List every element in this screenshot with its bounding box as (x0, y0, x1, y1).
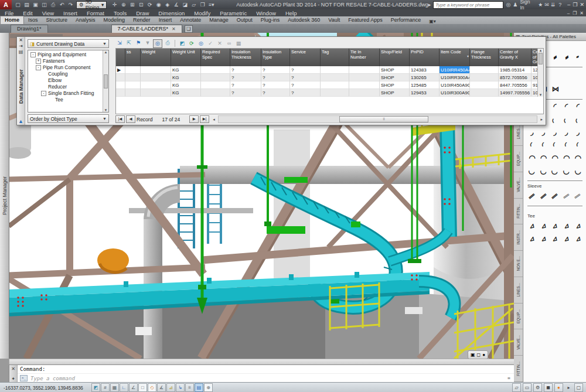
tree-expander-icon[interactable]: - (41, 91, 46, 96)
object-snap-tracking-toggle[interactable]: ∡ (157, 383, 166, 392)
palette-tool-icon[interactable] (572, 100, 584, 113)
ribbon-tab[interactable]: Home (0, 16, 24, 24)
first-record-button[interactable]: |◀ (115, 115, 125, 123)
palette-tool-icon[interactable] (549, 138, 561, 151)
ribbon-tab[interactable]: Plug-ins (257, 16, 284, 24)
palette-tool-icon[interactable] (550, 83, 561, 96)
table-cell[interactable] (125, 74, 141, 81)
palette-tool-icon[interactable] (572, 113, 584, 125)
reject-edits-icon[interactable]: ✕ (216, 40, 224, 47)
highlight-icon[interactable]: ◩ (178, 40, 186, 47)
import-data-icon[interactable]: ⇱ (125, 39, 133, 47)
palette-tool-icon[interactable] (549, 113, 561, 125)
table-cell[interactable]: ? (261, 74, 290, 81)
grid-hscrollbar-thumb[interactable]: ≡ (339, 116, 428, 122)
table-cell[interactable]: SHOP (380, 66, 410, 74)
3d-object-snap-toggle[interactable]: ◇ (148, 383, 156, 392)
table-cell[interactable]: U10IRR300A45W... (440, 74, 470, 81)
model-layout-icon[interactable]: ▱ (512, 383, 521, 392)
selection-cycling-toggle[interactable]: ⊕ (204, 383, 213, 392)
palette-tool-icon[interactable] (561, 151, 573, 164)
menu-item[interactable]: Dimension (154, 10, 189, 16)
filter-icon[interactable]: ▼ (144, 39, 152, 47)
palette-tool-icon[interactable] (549, 125, 561, 138)
column-header[interactable]: ss (125, 49, 141, 66)
viewports-icon[interactable]: ❐ (199, 1, 206, 8)
snap-mode-toggle[interactable]: # (101, 383, 110, 392)
ribbon-tab[interactable]: Vault (324, 16, 344, 24)
export-data-icon[interactable]: ⇲ (115, 39, 124, 47)
palette-tool-icon[interactable] (538, 189, 550, 202)
measure-icon[interactable]: ∡ (172, 1, 180, 8)
orbit-icon[interactable]: ⟳ (146, 1, 154, 8)
table-cell[interactable]: SHOP (380, 81, 410, 89)
palette-tool-icon[interactable] (549, 100, 561, 113)
palette-tab[interactable]: NON E... (514, 251, 523, 277)
palette-tool-icon[interactable] (572, 189, 584, 202)
table-cell[interactable]: ? (261, 66, 290, 74)
menu-item[interactable]: View (38, 10, 59, 16)
table-cell[interactable] (116, 81, 125, 89)
object-snap-toggle[interactable]: □ (138, 383, 147, 392)
project-manager-collapsed-palette[interactable]: Project Manager (0, 33, 9, 359)
table-cell[interactable]: 14997.705556 (499, 89, 532, 97)
palette-tool-icon[interactable] (572, 219, 584, 232)
ribbon-tab[interactable]: Annotate (176, 16, 205, 24)
table-cell[interactable] (125, 81, 141, 89)
infer-constraints-toggle[interactable]: ◩ (91, 383, 100, 392)
ribbon-tab[interactable]: Render (129, 16, 155, 24)
palette-tool-icon[interactable] (561, 50, 573, 63)
tree-item[interactable]: - Piping and Equipment (28, 52, 108, 58)
table-cell[interactable]: 125485 (410, 81, 440, 89)
tree-expander-icon[interactable]: - (30, 52, 36, 57)
palette-tool-icon[interactable] (561, 219, 573, 232)
palette-tab[interactable]: EQUIP... (514, 146, 523, 172)
column-header[interactable]: Tie In Number (349, 49, 380, 66)
ribbon-tab[interactable]: Insert (155, 16, 176, 24)
zoom-extents-icon[interactable]: ⊡ (137, 1, 145, 8)
menu-item[interactable]: Draw (131, 10, 154, 16)
menu-item[interactable]: File (0, 10, 18, 16)
tree-item[interactable]: Coupling (28, 71, 108, 77)
tree-item[interactable]: - Single Branch Fitting (28, 90, 108, 97)
palette-tab[interactable]: LINES... (514, 277, 523, 304)
table-cell[interactable] (470, 81, 499, 89)
tree-item[interactable]: + Fasteners (28, 58, 108, 64)
communication-center-icon[interactable]: ✉ (544, 2, 549, 8)
annotation-scale-icon[interactable]: ▣ (471, 352, 475, 357)
column-header[interactable]: Item Code (440, 49, 470, 66)
table-cell[interactable] (125, 89, 141, 97)
tree-item[interactable]: Reducer (28, 84, 108, 90)
table-cell[interactable]: KG (171, 74, 201, 81)
last-record-button[interactable]: ▶| (200, 115, 209, 123)
workspaces-icon[interactable]: ▱ (190, 1, 197, 8)
palette-tab[interactable]: VALVE... (514, 329, 523, 356)
column-header[interactable]: Center of Gravity X (499, 49, 532, 66)
table-cell[interactable]: ? (290, 66, 321, 74)
palette-tool-icon[interactable] (549, 189, 561, 202)
close-icon[interactable]: ✕ (11, 366, 15, 371)
table-cell[interactable] (141, 81, 171, 89)
command-input[interactable]: >_ Type a command ≡ (18, 374, 515, 383)
table-cell[interactable]: KG (171, 81, 201, 89)
performance-tuner-icon[interactable]: ● (554, 383, 563, 392)
save-as-icon[interactable]: ◫ (40, 1, 48, 8)
window-control-button[interactable]: ❐ (573, 2, 577, 8)
table-cell[interactable]: ? (230, 66, 261, 74)
palette-tab[interactable]: EQUIP... (514, 304, 523, 330)
menu-item[interactable]: Insert (59, 10, 82, 16)
ribbon-tab[interactable]: Autodesk 360 (284, 16, 324, 24)
undo-icon[interactable]: ↶ (58, 1, 66, 8)
palette-tool-icon[interactable] (561, 113, 573, 125)
table-cell[interactable]: 124383 (410, 66, 440, 74)
column-header[interactable]: Flange Thickness (470, 49, 499, 66)
table-cell[interactable]: KG (171, 89, 201, 97)
status-menu-arrow-icon[interactable]: ▸ (565, 384, 573, 391)
palette-tab[interactable]: INSTR... (514, 224, 523, 251)
table-cell[interactable]: U10IRR450A45W (440, 66, 470, 74)
tree-item[interactable]: Tee (28, 97, 108, 103)
table-cell[interactable] (470, 89, 499, 97)
tree-scrollbar[interactable]: ▲▼ (103, 50, 108, 112)
column-header[interactable]: Insulation Type (261, 49, 290, 66)
ribbon-tab[interactable]: Modeling (100, 16, 130, 24)
